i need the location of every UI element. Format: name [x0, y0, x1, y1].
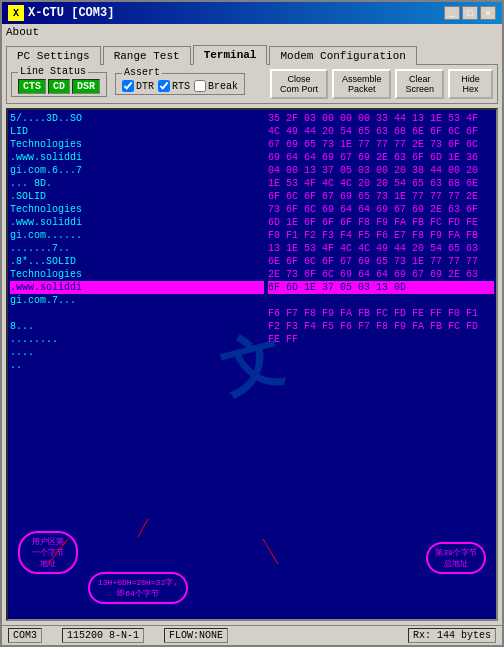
- cts-light: CTS: [18, 79, 46, 94]
- terminal-text-line: ....: [10, 346, 264, 359]
- terminal-hex-line: 6D 1E 6F 6F 6F F8 F9 FA FB FC FD FE: [268, 216, 494, 229]
- toolbar-buttons: CloseCom Port AssemblePacket ClearScreen…: [270, 69, 493, 99]
- status-baud: 115200 8-N-1: [62, 628, 144, 643]
- terminal-text-line: gi.com......: [10, 229, 264, 242]
- terminal-text-line: gi.com.7...: [10, 294, 264, 307]
- terminal-text-line: .8*...SOLID: [10, 255, 264, 268]
- break-item: Break: [194, 80, 238, 92]
- dtr-label: DTR: [136, 81, 154, 92]
- terminal-text-line: [10, 307, 264, 320]
- tab-pc-settings[interactable]: PC Settings: [6, 46, 101, 65]
- terminal-text-line: .www.soliddi: [10, 151, 264, 164]
- terminal-hex-line: 13 1E 53 4F 4C 4C 49 44 20 54 65 63: [268, 242, 494, 255]
- hide-hex-button[interactable]: HideHex: [448, 69, 493, 99]
- assert-group: Assert DTR RTS Break: [115, 73, 245, 95]
- terminal-area[interactable]: 5/....3D..SOLIDTechnologies.www.soliddig…: [6, 108, 498, 621]
- clear-screen-button[interactable]: ClearScreen: [395, 69, 444, 99]
- dtr-checkbox[interactable]: [122, 80, 134, 92]
- menu-bar: About: [2, 24, 502, 40]
- status-rx: Rx: 144 bytes: [408, 628, 496, 643]
- terminal-hex-line: 73 6F 6C 69 64 64 69 67 69 2E 63 6F: [268, 203, 494, 216]
- main-window: X X-CTU [COM3] _ □ ✕ About PC Settings R…: [0, 0, 504, 647]
- assert-items: DTR RTS Break: [122, 80, 238, 92]
- status-bar: COM3 115200 8-N-1 FLOW:NONE Rx: 144 byte…: [2, 625, 502, 645]
- line-status-label: Line Status: [18, 66, 88, 77]
- terminal-hex-line: 1E 53 4F 4C 4C 20 20 54 65 63 68 6E: [268, 177, 494, 190]
- terminal-hex-line: 69 64 64 69 67 69 2E 63 6F 6D 1E 36: [268, 151, 494, 164]
- terminal-text-line: Technologies: [10, 203, 264, 216]
- status-port: COM3: [8, 628, 42, 643]
- terminal-text-line: .SOLID: [10, 190, 264, 203]
- terminal-text-line: ... 8D.: [10, 177, 264, 190]
- terminal-hex-line: 04 00 13 37 05 03 00 20 38 44 00 20: [268, 164, 494, 177]
- assert-label: Assert: [122, 67, 162, 78]
- terminal-hex-line: F0 F1 F2 F3 F4 F5 F6 E7 F8 F9 FA FB: [268, 229, 494, 242]
- terminal-hex-line: 4C 49 44 20 54 65 63 68 6E 6F 6C 6F: [268, 125, 494, 138]
- break-checkbox[interactable]: [194, 80, 206, 92]
- window-controls: _ □ ✕: [444, 6, 496, 20]
- terminal-hex-line: FE FF: [268, 333, 494, 346]
- rts-checkbox[interactable]: [158, 80, 170, 92]
- minimize-button[interactable]: _: [444, 6, 460, 20]
- terminal-text-line: .www.soliddi: [10, 216, 264, 229]
- terminal-text-line: ........: [10, 333, 264, 346]
- terminal-text-line: 5/....3D..SO: [10, 112, 264, 125]
- rts-label: RTS: [172, 81, 190, 92]
- terminal-hex-line: 2E 73 6F 6C 69 64 64 69 67 69 2E 63: [268, 268, 494, 281]
- terminal-hex-line: 35 2F 03 00 00 00 33 44 13 1E 53 4F: [268, 112, 494, 125]
- line-status-group: Line Status CTS CD DSR: [11, 72, 107, 97]
- tab-terminal[interactable]: Terminal: [193, 45, 268, 65]
- terminal-text-line: Technologies: [10, 138, 264, 151]
- terminal-hex-line: 67 69 65 73 1E 77 77 77 2E 73 6F 6C: [268, 138, 494, 151]
- terminal-hex-panel: 35 2F 03 00 00 00 33 44 13 1E 53 4F4C 49…: [266, 110, 496, 619]
- tab-bar: PC Settings Range Test Terminal Modem Co…: [2, 40, 502, 64]
- terminal-text-line: gi.com.6...7: [10, 164, 264, 177]
- terminal-text-line: 8...: [10, 320, 264, 333]
- terminal-content: 5/....3D..SOLIDTechnologies.www.soliddig…: [8, 110, 496, 619]
- maximize-button[interactable]: □: [462, 6, 478, 20]
- window-title: X-CTU [COM3]: [28, 6, 114, 20]
- toolbar: Line Status CTS CD DSR Assert DTR RTS: [6, 64, 498, 104]
- terminal-hex-line: 6F 6C 6F 67 69 65 73 1E 77 77 77 2E: [268, 190, 494, 203]
- terminal-hex-line: F6 F7 F8 F9 FA FB FC FD FE FF F0 F1: [268, 307, 494, 320]
- terminal-hex-line: 6E 6F 6C 6F 67 69 65 73 1E 77 77 77: [268, 255, 494, 268]
- terminal-hex-line: 6F 6D 1E 37 05 03 13 0D: [268, 281, 494, 294]
- close-button[interactable]: ✕: [480, 6, 496, 20]
- close-com-port-button[interactable]: CloseCom Port: [270, 69, 328, 99]
- tab-range-test[interactable]: Range Test: [103, 46, 191, 65]
- assemble-packet-button[interactable]: AssemblePacket: [332, 69, 392, 99]
- tab-modem-config[interactable]: Modem Configuration: [269, 46, 416, 65]
- app-icon: X: [8, 5, 24, 21]
- terminal-text-line: .......7..: [10, 242, 264, 255]
- terminal-hex-line: F2 F3 F4 F5 F6 F7 F8 F9 FA FB FC FD: [268, 320, 494, 333]
- title-bar: X X-CTU [COM3] _ □ ✕: [2, 2, 502, 24]
- terminal-text-line: ..: [10, 359, 264, 372]
- dsr-light: DSR: [72, 79, 100, 94]
- terminal-hex-line: [268, 294, 494, 307]
- break-label: Break: [208, 81, 238, 92]
- cd-light: CD: [48, 79, 70, 94]
- terminal-text-panel: 5/....3D..SOLIDTechnologies.www.soliddig…: [8, 110, 266, 619]
- dtr-item: DTR: [122, 80, 154, 92]
- status-lights: CTS CD DSR: [18, 79, 100, 94]
- terminal-text-line: LID: [10, 125, 264, 138]
- rts-item: RTS: [158, 80, 190, 92]
- status-flow: FLOW:NONE: [164, 628, 228, 643]
- menu-about[interactable]: About: [6, 26, 39, 38]
- terminal-text-line: Technologies: [10, 268, 264, 281]
- terminal-text-line: .www.soliddi: [10, 281, 264, 294]
